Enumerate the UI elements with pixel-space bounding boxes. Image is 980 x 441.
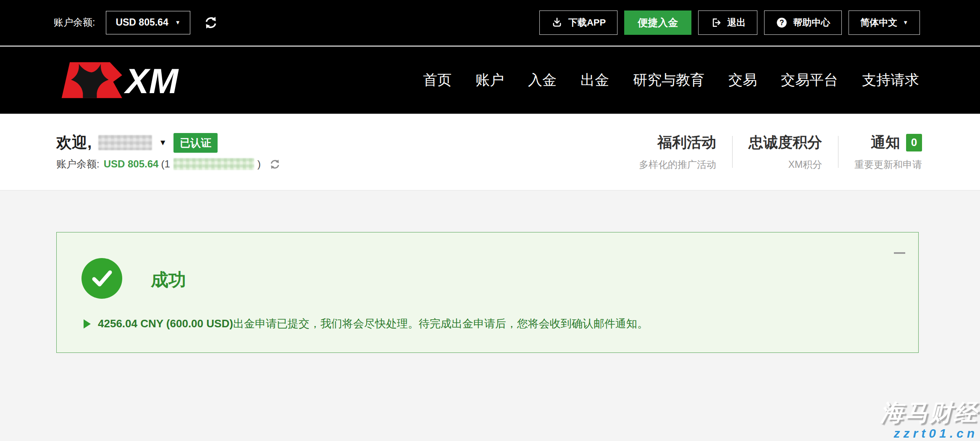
- alert-message: 4256.04 CNY (600.00 USD)出金申请已提交，我们将会尽快处理…: [98, 316, 648, 331]
- top-bar: 账户余额: USD 805.64 ▼ 下载APP 便捷入金: [0, 0, 980, 46]
- balance-value: USD 805.64: [104, 158, 159, 170]
- account-mask-suffix: ): [257, 158, 261, 170]
- xm-logo[interactable]: XM: [58, 61, 180, 99]
- success-check-icon: [81, 258, 122, 299]
- welcome-quick-links: 福利活动 多样化的推广活动 忠诚度积分 XM积分 通知 0 重要更新和申请: [623, 133, 922, 171]
- chevron-down-icon: ▼: [903, 20, 908, 25]
- balance-label: 账户余额:: [54, 16, 95, 29]
- alert-message-text: 出金申请已提交，我们将会尽快处理。待完成出金申请后，您将会收到确认邮件通知。: [233, 317, 648, 330]
- quick-deposit-button[interactable]: 便捷入金: [624, 10, 691, 35]
- svg-text:?: ?: [780, 18, 784, 27]
- account-number-blurred: [173, 158, 254, 170]
- balance-value: USD 805.64: [116, 17, 168, 28]
- balance-label: 账户余额:: [56, 157, 100, 171]
- welcome-left: 欢迎, ▼ 已认证 账户余额: USD 805.64 (1 ): [56, 133, 281, 171]
- chevron-down-icon: ▼: [175, 20, 181, 25]
- watermark: 海马财经 zzrt01.cn: [880, 400, 978, 441]
- notifications-link[interactable]: 通知 0 重要更新和申请: [838, 133, 922, 171]
- username-blurred: [98, 135, 152, 150]
- watermark-brand: 海马财经: [880, 400, 978, 425]
- nav-item-account[interactable]: 账户: [476, 70, 504, 90]
- logout-icon: [710, 17, 722, 29]
- chevron-down-icon[interactable]: ▼: [159, 138, 167, 147]
- alert-title: 成功: [151, 268, 186, 292]
- nav-item-support[interactable]: 支持请求: [862, 70, 919, 90]
- loyalty-title: 忠诚度积分: [749, 133, 822, 152]
- nav-item-trading[interactable]: 交易: [728, 70, 757, 90]
- help-icon: ?: [776, 17, 788, 29]
- download-icon: [551, 17, 563, 29]
- promotions-link[interactable]: 福利活动 多样化的推广活动: [623, 133, 732, 171]
- refresh-icon[interactable]: [204, 16, 218, 30]
- nav-links: 首页 账户 入金 出金 研究与教育 交易 交易平台 支持请求: [423, 70, 919, 90]
- watermark-url: zzrt01.cn: [880, 426, 978, 440]
- logout-label: 退出: [727, 16, 746, 29]
- bullet-triangle-icon: [84, 319, 91, 329]
- refresh-icon[interactable]: [269, 159, 281, 170]
- quick-deposit-label: 便捷入金: [638, 16, 678, 29]
- nav-item-research-education[interactable]: 研究与教育: [633, 70, 704, 90]
- help-center-button[interactable]: ? 帮助中心: [764, 10, 842, 35]
- nav-item-deposit[interactable]: 入金: [528, 70, 557, 90]
- svg-text:XM: XM: [124, 61, 179, 99]
- help-center-label: 帮助中心: [793, 16, 830, 29]
- alert-message-row: 4256.04 CNY (600.00 USD)出金申请已提交，我们将会尽快处理…: [84, 316, 648, 331]
- account-mask-prefix: (1: [161, 158, 170, 170]
- nav-item-platforms[interactable]: 交易平台: [781, 70, 838, 90]
- nav-item-home[interactable]: 首页: [423, 70, 452, 90]
- notifications-title: 通知: [871, 133, 900, 152]
- logout-button[interactable]: 退出: [698, 10, 757, 35]
- loyalty-points-link[interactable]: 忠诚度积分 XM积分: [733, 133, 838, 171]
- nav-item-withdrawal[interactable]: 出金: [581, 70, 609, 90]
- main-navbar: XM 首页 账户 入金 出金 研究与教育 交易 交易平台 支持请求: [0, 47, 980, 114]
- withdrawal-amount: 4256.04 CNY (600.00 USD): [98, 317, 233, 330]
- notifications-subtitle: 重要更新和申请: [854, 158, 922, 171]
- download-app-button[interactable]: 下载APP: [539, 10, 617, 35]
- notifications-count-badge: 0: [906, 134, 922, 151]
- language-dropdown[interactable]: 简体中文 ▼: [849, 10, 920, 35]
- download-app-label: 下载APP: [568, 16, 606, 29]
- language-label: 简体中文: [860, 16, 897, 29]
- promotions-title: 福利活动: [639, 133, 716, 152]
- success-alert-box: 成功 4256.04 CNY (600.00 USD)出金申请已提交，我们将会尽…: [56, 232, 919, 353]
- loyalty-subtitle: XM积分: [749, 158, 822, 171]
- collapse-dash[interactable]: [894, 252, 905, 254]
- promotions-subtitle: 多样化的推广活动: [639, 158, 716, 171]
- account-balance-dropdown[interactable]: USD 805.64 ▼: [106, 11, 190, 34]
- welcome-strip: 欢迎, ▼ 已认证 账户余额: USD 805.64 (1 ): [0, 114, 980, 190]
- verified-badge: 已认证: [173, 133, 218, 153]
- welcome-greeting: 欢迎,: [56, 132, 92, 153]
